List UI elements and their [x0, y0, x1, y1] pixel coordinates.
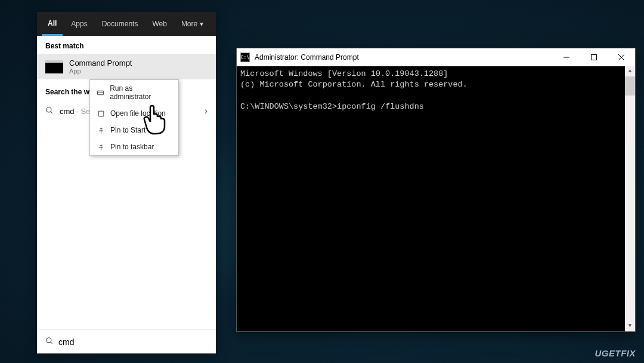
- tab-web[interactable]: Web: [146, 13, 172, 35]
- svg-point-0: [47, 107, 51, 112]
- windows-search-panel: All Apps Documents Web More ▾ Best match…: [37, 12, 216, 353]
- cmd-window-title: Administrator: Command Prompt: [255, 53, 553, 61]
- cmd-app-icon: [45, 60, 63, 73]
- best-match-heading: Best match: [37, 36, 216, 54]
- command-prompt-window: C:\ Administrator: Command Prompt Micros…: [236, 48, 636, 332]
- minimize-button[interactable]: [553, 48, 580, 66]
- result-subtitle: App: [69, 67, 132, 75]
- tab-more[interactable]: More ▾: [175, 13, 209, 35]
- search-input[interactable]: [58, 337, 208, 347]
- svg-point-2: [47, 338, 51, 343]
- scroll-up-button[interactable]: ▲: [625, 66, 635, 76]
- hand-cursor-icon: [140, 101, 171, 135]
- scroll-track[interactable]: [625, 76, 635, 321]
- tab-all[interactable]: All: [42, 13, 63, 36]
- search-icon: [45, 337, 54, 347]
- close-button[interactable]: [608, 48, 635, 66]
- pin-icon: [96, 143, 106, 151]
- cmd-console-body[interactable]: Microsoft Windows [Version 10.0.19043.12…: [237, 66, 635, 331]
- result-text: Command Prompt App: [69, 59, 132, 75]
- search-tabs: All Apps Documents Web More ▾: [37, 12, 216, 36]
- cmd-prompt-path: C:\WINDOWS\system32>: [240, 102, 337, 111]
- search-result-command-prompt[interactable]: Command Prompt App: [37, 54, 216, 79]
- ctx-pin-to-taskbar-label: Pin to taskbar: [110, 143, 154, 151]
- pin-icon: [96, 127, 106, 134]
- ctx-run-as-admin-label: Run as administrator: [110, 84, 172, 101]
- svg-rect-5: [98, 111, 104, 116]
- web-query: cmd: [60, 107, 75, 116]
- tab-documents[interactable]: Documents: [96, 13, 144, 35]
- shield-icon: [96, 89, 105, 97]
- scroll-down-button[interactable]: ▼: [625, 321, 635, 331]
- tab-apps[interactable]: Apps: [65, 13, 93, 35]
- cmd-titlebar[interactable]: C:\ Administrator: Command Prompt: [237, 48, 635, 66]
- tab-more-label: More: [181, 20, 197, 28]
- svg-line-1: [51, 111, 52, 113]
- svg-rect-7: [592, 55, 597, 60]
- cmd-line2: (c) Microsoft Corporation. All rights re…: [240, 80, 467, 89]
- chevron-right-icon[interactable]: ›: [205, 106, 208, 116]
- folder-icon: [96, 110, 106, 118]
- ctx-pin-to-taskbar[interactable]: Pin to taskbar: [90, 139, 178, 155]
- cmd-line1: Microsoft Windows [Version 10.0.19043.12…: [240, 69, 448, 78]
- cmd-window-icon: C:\: [240, 53, 250, 62]
- cmd-typed-command: ipconfig /flushdns: [337, 102, 424, 111]
- search-input-bar: [37, 330, 216, 353]
- result-title: Command Prompt: [69, 59, 132, 67]
- svg-line-3: [51, 342, 52, 344]
- scroll-thumb[interactable]: [625, 76, 635, 96]
- watermark: UGETFIX: [595, 348, 636, 358]
- vertical-scrollbar[interactable]: ▲ ▼: [625, 66, 635, 331]
- maximize-button[interactable]: [580, 48, 608, 66]
- chevron-down-icon: ▾: [200, 20, 203, 28]
- search-icon: [45, 106, 54, 116]
